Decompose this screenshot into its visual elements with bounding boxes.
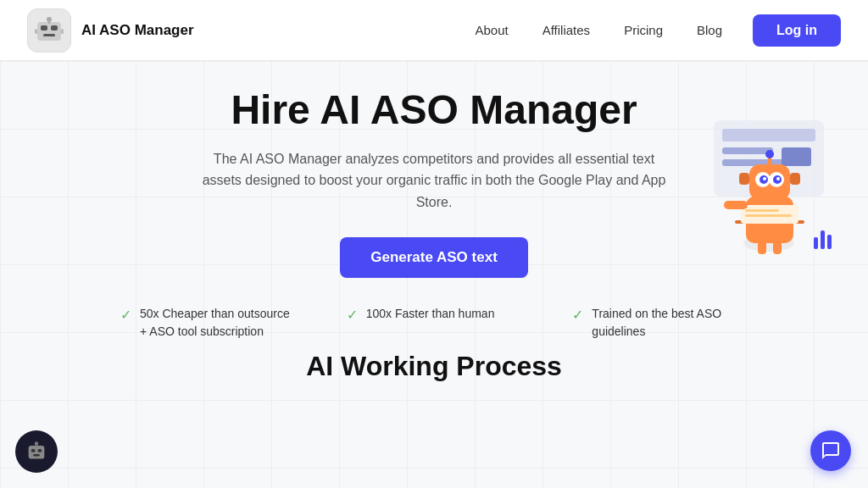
feature-item-1: ✓ 50x Cheaper than outsource + ASO tool …	[120, 305, 296, 341]
feature-text-3: Trained on the best ASO guidelines	[592, 305, 748, 341]
feature-item-2: ✓ 100x Faster than human	[347, 305, 522, 323]
settings-bubble-button[interactable]	[15, 430, 58, 473]
feature-text-2: 100x Faster than human	[366, 305, 495, 323]
login-button[interactable]: Log in	[753, 14, 841, 47]
svg-rect-36	[29, 446, 45, 459]
logo-icon	[27, 8, 71, 53]
generate-aso-button[interactable]: Generate ASO text	[340, 237, 528, 278]
logo-text: AI ASO Manager	[81, 22, 194, 39]
feature-item-3: ✓ Trained on the best ASO guidelines	[572, 305, 748, 341]
chat-bubble-button[interactable]	[810, 430, 851, 471]
svg-rect-38	[38, 449, 42, 452]
svg-rect-2	[51, 25, 58, 30]
chat-icon	[821, 441, 841, 461]
check-icon-2: ✓	[347, 307, 358, 323]
logo-area: AI ASO Manager	[27, 8, 194, 53]
content-wrapper: Hire AI ASO Manager The AI ASO Manager a…	[0, 61, 868, 382]
feature-text-1: 50x Cheaper than outsource + ASO tool su…	[140, 305, 296, 341]
main-content: Hire AI ASO Manager The AI ASO Manager a…	[0, 61, 868, 488]
svg-rect-6	[35, 29, 37, 34]
svg-rect-0	[37, 22, 61, 41]
svg-rect-37	[31, 449, 36, 452]
nav: About Affiliates Pricing Blog Log in	[462, 14, 842, 47]
svg-rect-3	[43, 34, 55, 36]
svg-rect-7	[61, 29, 64, 34]
features-row: ✓ 50x Cheaper than outsource + ASO tool …	[112, 305, 756, 341]
nav-pricing[interactable]: Pricing	[610, 16, 676, 44]
svg-rect-1	[41, 25, 47, 30]
hero-subtitle: The AI ASO Manager analyzes competitors …	[197, 148, 671, 214]
nav-about[interactable]: About	[462, 16, 522, 44]
nav-affiliates[interactable]: Affiliates	[529, 16, 604, 44]
svg-rect-39	[33, 454, 40, 456]
settings-icon	[25, 440, 48, 463]
working-process-title: AI Working Process	[306, 351, 562, 382]
check-icon-1: ✓	[120, 307, 131, 323]
check-icon-3: ✓	[572, 307, 583, 323]
svg-rect-41	[36, 445, 37, 446]
nav-blog[interactable]: Blog	[683, 16, 736, 44]
svg-rect-5	[48, 21, 50, 24]
header: AI ASO Manager About Affiliates Pricing …	[0, 0, 868, 61]
hero-title: Hire AI ASO Manager	[231, 88, 637, 133]
